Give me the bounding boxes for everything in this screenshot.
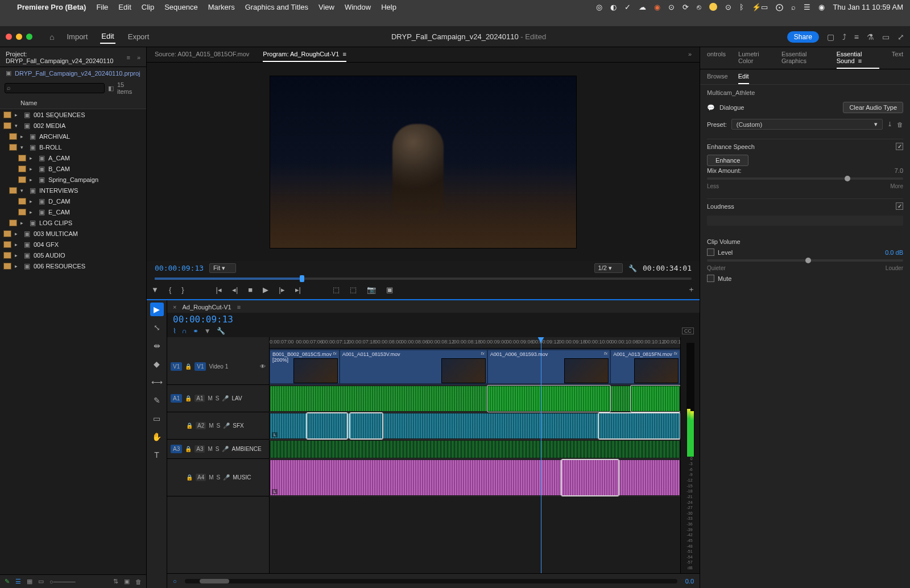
v1-tgt-tag[interactable]: V1: [195, 362, 206, 371]
minimize-icon[interactable]: [16, 34, 22, 40]
list-view-icon[interactable]: ☰: [15, 578, 21, 585]
menubar-extra-icon[interactable]: ☁: [639, 3, 646, 11]
menu-view[interactable]: View: [318, 3, 334, 11]
lift-icon[interactable]: ⬚: [333, 285, 340, 294]
caret-icon[interactable]: ▾: [20, 144, 26, 150]
bin-row[interactable]: ▾ ▣ B-ROLL: [0, 142, 146, 152]
type-tool[interactable]: T: [150, 448, 164, 462]
playhead[interactable]: [541, 337, 541, 573]
in-bracket-icon[interactable]: {: [169, 285, 171, 294]
caret-icon[interactable]: ▸: [15, 263, 20, 269]
bin-row[interactable]: ▸ ▣ LOG CLIPS: [0, 217, 146, 228]
tab-import[interactable]: Import: [65, 30, 89, 43]
video-clip[interactable]: fxA001_A006_081593.mov: [487, 350, 611, 384]
track-a3-lane[interactable]: [270, 440, 680, 459]
mute-checkbox[interactable]: [707, 275, 714, 282]
share-button[interactable]: Share: [787, 31, 819, 43]
source-tab[interactable]: Source: A001_A015_0815OF.mov: [155, 51, 249, 62]
goto-in-icon[interactable]: |◂: [216, 285, 222, 294]
eye-icon[interactable]: 👁: [260, 363, 266, 370]
new-bin-icon[interactable]: ▣: [124, 578, 130, 585]
bluetooth-icon[interactable]: ᛒ: [739, 3, 744, 11]
home-icon[interactable]: ⌂: [49, 32, 54, 42]
v1-src-tag[interactable]: V1: [171, 362, 182, 371]
program-scrubber[interactable]: [155, 278, 692, 280]
search-icon[interactable]: ⌕: [791, 3, 796, 11]
es-browse-tab[interactable]: Browse: [707, 73, 728, 84]
track-header[interactable]: V1 🔒 V1 Video 1 👁: [167, 349, 269, 385]
menu-help[interactable]: Help: [381, 3, 396, 11]
wrench-icon[interactable]: 🔧: [217, 327, 225, 335]
cc-icon[interactable]: CC: [682, 328, 694, 334]
enhance-button[interactable]: Enhance: [707, 155, 748, 166]
mix-amount-slider[interactable]: [707, 177, 903, 180]
loudness-checkbox[interactable]: [896, 202, 903, 210]
zoom-out-icon[interactable]: ○: [173, 578, 177, 585]
a-tgt-tag[interactable]: A3: [195, 445, 205, 453]
caret-icon[interactable]: ▸: [30, 209, 35, 215]
menu-window[interactable]: Window: [345, 3, 371, 11]
sort-icon[interactable]: ⇅: [113, 578, 118, 585]
lock-icon[interactable]: 🔒: [186, 423, 193, 429]
enhance-speech-checkbox[interactable]: [896, 143, 903, 150]
bin-row[interactable]: ▸ ▣ ARCHIVAL: [0, 131, 146, 142]
solo-button[interactable]: S: [216, 446, 220, 452]
timeline-scrollbar[interactable]: [185, 579, 677, 583]
project-search-input[interactable]: [5, 83, 105, 93]
magnet-icon[interactable]: ∩: [182, 327, 187, 335]
bin-row[interactable]: ▸ ▣ 005 AUDIO: [0, 250, 146, 260]
extract-icon[interactable]: ⬚: [350, 285, 357, 294]
track-a4-lane[interactable]: L: [270, 459, 680, 496]
menubar-extra-icon[interactable]: ⟳: [682, 3, 689, 11]
mic-icon[interactable]: 🎤: [223, 474, 230, 481]
timeline-timecode[interactable]: 00:00:09:13: [167, 313, 700, 327]
a-tgt-tag[interactable]: A2: [196, 422, 206, 429]
step-back-icon[interactable]: ◂|: [232, 285, 238, 294]
razor-tool[interactable]: ◆: [150, 357, 164, 371]
tab-effect-controls[interactable]: ontrols: [707, 51, 726, 69]
track-header[interactable]: A1 🔒 A1 M S 🎤 LAV: [167, 385, 269, 412]
track-header[interactable]: 🔒 A2 M S 🎤 SFX: [167, 412, 269, 440]
out-bracket-icon[interactable]: }: [181, 285, 184, 294]
video-clip[interactable]: fxA001_A013_0815FN.mov: [610, 350, 680, 384]
menu-markers[interactable]: Markers: [208, 3, 235, 11]
program-monitor[interactable]: [147, 63, 700, 261]
track-header[interactable]: A3 🔒 A3 M S 🎤 AMBIENCE: [167, 440, 269, 459]
goto-out-icon[interactable]: ▸|: [295, 285, 301, 294]
bin-row[interactable]: ▸ ▣ B_CAM: [0, 163, 146, 174]
caret-icon[interactable]: ▸: [20, 220, 26, 226]
menu-graphics[interactable]: Graphics and Titles: [245, 3, 308, 11]
resolution-dropdown[interactable]: 1/2 ▾: [594, 263, 623, 273]
bin-row[interactable]: ▸ ▣ Spring_Campaign: [0, 174, 146, 185]
preset-dropdown[interactable]: (Custom)▾: [731, 119, 883, 130]
track-header[interactable]: 🔒 A4 M S 🎤 MUSIC: [167, 459, 269, 496]
caret-icon[interactable]: ▸: [15, 112, 20, 118]
play-icon[interactable]: ▶: [263, 285, 268, 294]
caret-icon[interactable]: ▸: [15, 231, 20, 237]
add-button-icon[interactable]: ＋: [688, 284, 695, 295]
tab-export[interactable]: Export: [127, 30, 151, 43]
level-checkbox[interactable]: [707, 249, 714, 256]
bin-row[interactable]: ▾ ▣ 002 MEDIA: [0, 120, 146, 131]
clear-audio-type-button[interactable]: Clear Audio Type: [843, 102, 903, 113]
bin-row[interactable]: ▸ ▣ 001 SEQUENCES: [0, 109, 146, 120]
lock-icon[interactable]: 🔒: [185, 395, 192, 401]
bin-row[interactable]: ▸ ▣ D_CAM: [0, 196, 146, 206]
a-tgt-tag[interactable]: A1: [195, 395, 205, 402]
list-icon[interactable]: ≡: [854, 32, 859, 42]
caret-icon[interactable]: ▾: [15, 123, 20, 129]
level-slider[interactable]: [707, 259, 903, 262]
wifi-icon[interactable]: ⨀: [776, 3, 783, 11]
beaker-icon[interactable]: ⚗: [867, 32, 874, 42]
menubar-extra-icon[interactable]: [709, 3, 717, 11]
mute-button[interactable]: M: [209, 474, 213, 481]
caret-icon[interactable]: ▸: [15, 252, 20, 258]
fit-dropdown[interactable]: Fit ▾: [209, 263, 236, 273]
caret-icon[interactable]: ▸: [30, 166, 35, 172]
mute-button[interactable]: M: [209, 423, 213, 429]
menubar-extra-icon[interactable]: ◉: [654, 3, 660, 11]
filter-icon[interactable]: ◧: [108, 85, 114, 92]
menu-clip[interactable]: Clip: [142, 3, 154, 11]
download-icon[interactable]: ⤓: [887, 121, 892, 128]
loudness-header[interactable]: Loudness: [707, 203, 734, 210]
